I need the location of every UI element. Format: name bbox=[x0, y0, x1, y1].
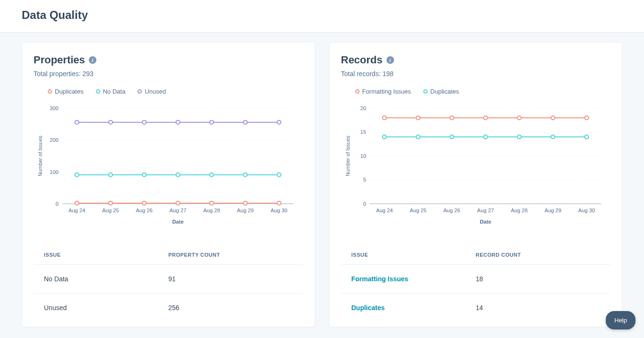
data-point[interactable] bbox=[176, 201, 180, 205]
legend-marker-icon bbox=[137, 89, 142, 94]
legend-marker-icon bbox=[423, 89, 428, 94]
card-title: Records bbox=[341, 54, 383, 66]
legend-item[interactable]: Formatting Issues bbox=[355, 88, 411, 95]
legend-marker-icon bbox=[48, 89, 52, 94]
data-point[interactable] bbox=[176, 173, 180, 177]
card-title-row: Properties i bbox=[34, 54, 303, 66]
issue-count: 18 bbox=[476, 275, 600, 283]
svg-text:Date: Date bbox=[172, 219, 183, 225]
col-count: RECORD COUNT bbox=[476, 252, 600, 258]
data-point[interactable] bbox=[382, 116, 386, 120]
data-point[interactable] bbox=[483, 116, 487, 120]
data-point[interactable] bbox=[210, 121, 214, 124]
data-point[interactable] bbox=[551, 135, 555, 139]
data-point[interactable] bbox=[142, 173, 146, 177]
content-area: Properties i Total properties: 293 Dupli… bbox=[0, 33, 644, 337]
legend-item[interactable]: Unused bbox=[137, 88, 166, 95]
properties-card: Properties i Total properties: 293 Dupli… bbox=[22, 42, 315, 327]
legend-item[interactable]: Duplicates bbox=[423, 88, 459, 95]
data-point[interactable] bbox=[109, 173, 112, 177]
svg-text:Aug 25: Aug 25 bbox=[410, 208, 426, 213]
svg-text:Aug 29: Aug 29 bbox=[237, 208, 254, 213]
issue-table: ISSUE RECORD COUNT Formatting Issues18Du… bbox=[341, 245, 611, 322]
svg-text:Number of Issues: Number of Issues bbox=[37, 135, 43, 176]
info-icon[interactable]: i bbox=[386, 56, 394, 64]
svg-text:10: 10 bbox=[360, 153, 366, 159]
svg-text:Aug 28: Aug 28 bbox=[203, 208, 220, 213]
issue-label: No Data bbox=[44, 275, 168, 283]
svg-text:Date: Date bbox=[480, 219, 491, 225]
legend-label: Formatting Issues bbox=[362, 88, 411, 95]
data-point[interactable] bbox=[416, 135, 420, 139]
data-point[interactable] bbox=[243, 121, 247, 124]
svg-text:300: 300 bbox=[50, 105, 59, 111]
svg-text:200: 200 bbox=[50, 137, 59, 143]
card-subtitle: Total properties: 293 bbox=[34, 70, 303, 78]
data-point[interactable] bbox=[75, 121, 79, 124]
data-point[interactable] bbox=[450, 116, 454, 120]
data-point[interactable] bbox=[277, 121, 281, 124]
data-point[interactable] bbox=[277, 173, 281, 177]
svg-text:Aug 24: Aug 24 bbox=[69, 208, 85, 213]
legend-marker-icon bbox=[96, 89, 100, 94]
help-button[interactable]: Help bbox=[606, 311, 635, 329]
data-point[interactable] bbox=[142, 121, 146, 124]
col-issue: ISSUE bbox=[44, 252, 168, 258]
data-point[interactable] bbox=[382, 135, 386, 139]
legend-label: Duplicates bbox=[430, 88, 459, 95]
issue-label: Unused bbox=[44, 304, 168, 312]
data-point[interactable] bbox=[243, 173, 247, 177]
data-point[interactable] bbox=[75, 201, 79, 205]
data-point[interactable] bbox=[517, 116, 521, 120]
issue-label[interactable]: Formatting Issues bbox=[352, 275, 476, 283]
data-point[interactable] bbox=[210, 201, 214, 205]
svg-text:5: 5 bbox=[363, 177, 366, 183]
svg-text:0: 0 bbox=[56, 201, 59, 207]
svg-text:20: 20 bbox=[360, 105, 366, 111]
legend-label: No Data bbox=[103, 88, 126, 95]
svg-text:Aug 28: Aug 28 bbox=[511, 208, 527, 213]
svg-text:15: 15 bbox=[360, 130, 366, 135]
data-point[interactable] bbox=[416, 116, 420, 120]
data-point[interactable] bbox=[483, 135, 487, 139]
data-point[interactable] bbox=[109, 201, 112, 205]
svg-text:Aug 27: Aug 27 bbox=[477, 208, 493, 213]
table-header: ISSUE PROPERTY COUNT bbox=[34, 245, 303, 264]
issue-count: 256 bbox=[168, 304, 292, 312]
legend-item[interactable]: Duplicates bbox=[48, 88, 84, 95]
data-point[interactable] bbox=[142, 201, 146, 205]
svg-text:Aug 25: Aug 25 bbox=[102, 208, 119, 213]
info-icon[interactable]: i bbox=[89, 56, 96, 64]
legend-label: Duplicates bbox=[55, 88, 84, 95]
data-point[interactable] bbox=[176, 121, 180, 124]
data-point[interactable] bbox=[109, 121, 112, 124]
table-row: Duplicates14 bbox=[341, 293, 611, 322]
data-point[interactable] bbox=[551, 116, 555, 120]
svg-text:0: 0 bbox=[363, 201, 366, 207]
svg-text:Aug 30: Aug 30 bbox=[271, 208, 287, 213]
data-point[interactable] bbox=[277, 201, 281, 205]
svg-text:Aug 27: Aug 27 bbox=[170, 208, 186, 213]
card-title-row: Records i bbox=[341, 54, 611, 66]
data-point[interactable] bbox=[450, 135, 454, 139]
data-point[interactable] bbox=[210, 173, 214, 177]
issue-label[interactable]: Duplicates bbox=[352, 304, 476, 312]
svg-text:100: 100 bbox=[50, 169, 59, 175]
svg-text:Aug 26: Aug 26 bbox=[443, 208, 460, 213]
chart-properties: 0100200300Aug 24Aug 25Aug 26Aug 27Aug 28… bbox=[34, 104, 303, 226]
data-point[interactable] bbox=[584, 116, 588, 120]
data-point[interactable] bbox=[517, 135, 521, 139]
data-point[interactable] bbox=[584, 135, 588, 139]
chart-legend: DuplicatesNo DataUnused bbox=[48, 88, 303, 95]
svg-text:Aug 24: Aug 24 bbox=[376, 208, 392, 213]
col-count: PROPERTY COUNT bbox=[168, 252, 292, 258]
legend-marker-icon bbox=[355, 89, 360, 94]
data-point[interactable] bbox=[75, 173, 79, 177]
svg-text:Aug 26: Aug 26 bbox=[136, 208, 153, 213]
page-title: Data Quality bbox=[22, 9, 622, 22]
data-point[interactable] bbox=[243, 201, 247, 205]
legend-item[interactable]: No Data bbox=[96, 88, 126, 95]
chart-legend: Formatting IssuesDuplicates bbox=[355, 88, 611, 95]
issue-table: ISSUE PROPERTY COUNT No Data91Unused256 bbox=[34, 245, 303, 322]
svg-text:Number of Issues: Number of Issues bbox=[345, 135, 351, 176]
